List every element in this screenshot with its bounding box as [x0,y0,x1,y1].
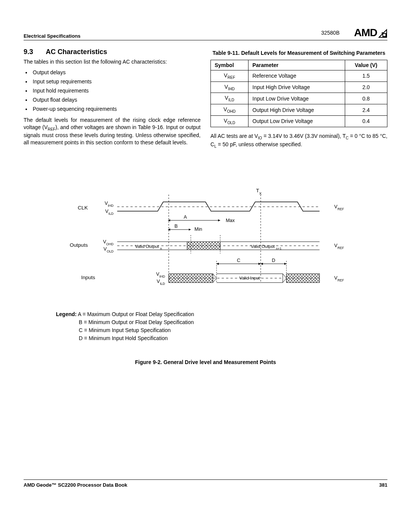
parameters-table: Symbol Parameter Value (V) VREF Referenc… [210,60,387,127]
col-value: Value (V) [345,60,387,70]
svg-text:C: C [237,258,240,263]
timing-diagram-svg: TX CLK VIHD VILD VREF A Max B Min Output… [61,184,350,294]
svg-text:CLK: CLK [78,204,88,210]
svg-text:VOHD: VOHD [103,239,114,246]
figure-block: TX CLK VIHD VILD VREF A Max B Min Output… [24,184,387,365]
svg-text:VREF: VREF [334,275,344,282]
legend: Legend: A = Maximum Output or Float Dela… [56,310,387,342]
table-caption: Table 9-11. Default Levels for Measureme… [210,50,387,57]
section-number: 9.3 [24,48,44,56]
table-row: VOLD Output Low Drive Voltage 0.4 [211,116,387,127]
footer-page-number: 381 [379,482,387,488]
svg-text:VREF: VREF [334,243,344,250]
right-column: Table 9-11. Default Levels for Measureme… [210,48,387,153]
characteristics-list: Output delays Input setup requirements I… [24,69,201,112]
table-row: VILD Input Low Drive Voltage 0.8 [211,93,387,104]
svg-text:VIHD: VIHD [156,271,165,278]
page-header: Electrical Specifications 32580B AMD [24,27,387,40]
list-item: Input setup requirements [31,78,201,85]
svg-text:TX: TX [256,188,262,195]
svg-marker-44 [283,274,287,283]
header-right: 32580B AMD [321,27,387,39]
list-item: Power-up sequencing requirements [31,106,201,112]
table-row: VOHD Output High Drive Voltage 2.4 [211,104,387,116]
left-column: 9.3 AC Characteristics The tables in thi… [24,48,201,153]
svg-text:Outputs: Outputs [70,242,88,248]
svg-text:Inputs: Inputs [81,275,95,280]
svg-text:Max: Max [226,217,235,223]
list-item: Input hold requirements [31,88,201,94]
svg-text:D: D [272,258,275,263]
svg-text:A: A [184,214,187,220]
amd-logo-icon [378,29,387,38]
svg-rect-45 [287,274,320,283]
footer-book-title: AMD Geode™ SC2200 Processor Data Book [24,482,127,488]
doc-number: 32580B [321,30,339,36]
section-title-text: AC Characteristics [46,48,107,56]
legend-d: D = Minimum Input Hold Specification [79,334,387,342]
svg-text:Valid Output n+1: Valid Output n+1 [251,244,282,251]
svg-text:Valid Output n: Valid Output n [135,244,162,251]
table-footnote: All AC tests are at VIO = 3.14V to 3.46V… [210,133,387,149]
table-header-row: Symbol Parameter Value (V) [211,60,387,70]
figure-caption: Figure 9-2. General Drive level and Meas… [24,359,387,365]
page-footer: AMD Geode™ SC2200 Processor Data Book 38… [24,479,387,488]
header-section-label: Electrical Specifications [24,33,81,39]
svg-text:VILD: VILD [105,209,113,216]
timing-diagram: TX CLK VIHD VILD VREF A Max B Min Output… [61,184,350,295]
svg-text:Valid Input: Valid Input [239,275,260,280]
legend-a: A = Maximum Output or Float Delay Specif… [78,311,194,317]
body-columns: 9.3 AC Characteristics The tables in thi… [24,48,387,153]
svg-text:VREF: VREF [334,204,344,211]
col-parameter: Parameter [249,60,345,70]
svg-text:VIHD: VIHD [105,201,113,208]
default-levels-paragraph: The default levels for measurement of th… [24,117,201,146]
list-item: Output delays [31,69,201,75]
table-row: VREF Reference Voltage 1.5 [211,70,387,81]
legend-c: C = Minimum Input Setup Specification [79,326,387,334]
table-row: VIHD Input High Drive Voltage 2.0 [211,81,387,93]
svg-text:Min: Min [194,226,202,232]
col-symbol: Symbol [211,60,249,70]
intro-paragraph: The tables in this section list the foll… [24,58,201,66]
svg-text:VILD: VILD [157,279,165,286]
section-heading: 9.3 AC Characteristics [24,48,201,56]
amd-logo: AMD [354,27,387,39]
list-item: Output float delays [31,97,201,103]
legend-b: B = Minimum Output or Float Delay Specif… [79,318,387,326]
svg-text:B: B [174,224,177,229]
legend-label: Legend: [56,311,76,317]
svg-text:VOLD: VOLD [104,246,113,253]
